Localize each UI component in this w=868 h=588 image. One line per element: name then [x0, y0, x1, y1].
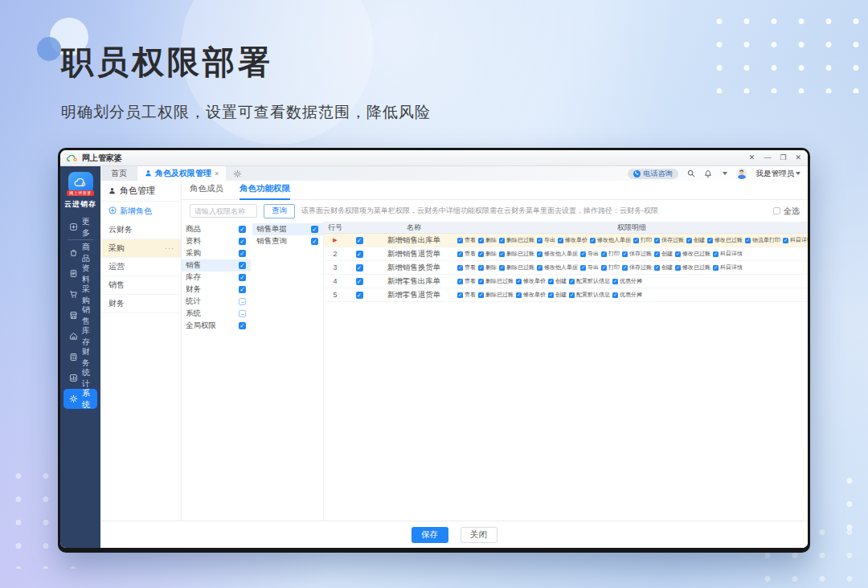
module-row-2[interactable]: 采购	[182, 247, 251, 259]
role-more-icon[interactable]: ···	[165, 244, 174, 252]
perm-tag-checkbox[interactable]	[457, 279, 463, 284]
perm-tag-checkbox[interactable]	[612, 279, 618, 284]
sidebar-item-sales[interactable]: 销售	[63, 305, 97, 325]
query-button[interactable]: 查询	[264, 204, 295, 218]
perm-tag-checkbox[interactable]	[537, 265, 542, 271]
module-checkbox[interactable]	[239, 286, 246, 293]
window-control-aux[interactable]: ✕	[749, 154, 755, 161]
perm-tag-checkbox[interactable]	[499, 238, 505, 243]
perm-tag-checkbox[interactable]	[601, 265, 607, 271]
perm-tag-checkbox[interactable]	[548, 279, 554, 284]
perm-tag-checkbox[interactable]	[675, 265, 681, 271]
perm-tag-checkbox[interactable]	[590, 238, 596, 243]
tab-role-members[interactable]: 角色成员	[190, 183, 223, 199]
row-checkbox[interactable]	[356, 264, 363, 272]
perm-tag-checkbox[interactable]	[499, 265, 505, 271]
perm-tag-checkbox[interactable]	[745, 238, 751, 243]
perm-tag-checkbox[interactable]	[499, 251, 505, 257]
row-checkbox[interactable]	[356, 251, 363, 258]
row-checkbox[interactable]	[356, 237, 363, 244]
role-item-2[interactable]: 运营	[100, 258, 181, 276]
perm-tag-checkbox[interactable]	[580, 251, 586, 257]
sidebar-item-finance[interactable]: 财务	[63, 347, 97, 367]
sidebar-item-goods[interactable]: 商品	[63, 243, 97, 263]
tab-settings-gear-icon[interactable]	[233, 169, 242, 178]
perm-tag-checkbox[interactable]	[457, 238, 463, 243]
module-row-4[interactable]: 库存	[182, 272, 251, 284]
perm-tag-checkbox[interactable]	[537, 238, 542, 243]
permission-search-input[interactable]	[190, 204, 257, 218]
row-checkbox[interactable]	[356, 292, 363, 299]
perm-tag-checkbox[interactable]	[457, 251, 463, 257]
perm-tag-checkbox[interactable]	[622, 265, 628, 271]
module-checkbox[interactable]	[239, 322, 246, 329]
perm-tag-checkbox[interactable]	[558, 238, 563, 243]
module-checkbox[interactable]	[239, 310, 246, 317]
tab-role-permission[interactable]: 角色及权限管理×	[137, 166, 226, 181]
perm-tag-checkbox[interactable]	[548, 292, 554, 298]
module-checkbox[interactable]	[239, 274, 246, 281]
sidebar-item-stats[interactable]: 统计	[63, 368, 97, 388]
sidebar-item-more[interactable]: 更多	[63, 217, 97, 237]
role-item-1[interactable]: 采购···	[100, 239, 181, 258]
sidebar-item-system[interactable]: 系统	[63, 389, 97, 409]
perm-tag-checkbox[interactable]	[478, 238, 484, 243]
notification-bell-icon[interactable]	[704, 169, 712, 178]
perm-tag-checkbox[interactable]	[478, 292, 484, 298]
perm-tag-checkbox[interactable]	[478, 265, 484, 271]
perm-tag-checkbox[interactable]	[537, 251, 542, 257]
perm-tag-checkbox[interactable]	[713, 265, 719, 271]
window-control-close[interactable]: ✕	[795, 154, 801, 161]
perm-tag-checkbox[interactable]	[707, 238, 713, 243]
tab-role-function-perms[interactable]: 角色功能权限	[240, 183, 290, 199]
add-role-button[interactable]: 新增角色	[100, 202, 181, 221]
role-item-3[interactable]: 销售	[100, 276, 181, 295]
perm-tag-checkbox[interactable]	[654, 265, 660, 271]
perm-tag-checkbox[interactable]	[569, 279, 575, 284]
module-checkbox[interactable]	[239, 250, 246, 257]
module-row-0[interactable]: 商品	[182, 223, 251, 235]
perm-tag-checkbox[interactable]	[478, 279, 484, 284]
window-control-maximize[interactable]: ❐	[780, 154, 786, 161]
submodule-row-1[interactable]: 销售查询	[252, 235, 323, 247]
perm-tag-checkbox[interactable]	[622, 251, 628, 257]
submodule-checkbox[interactable]	[311, 226, 318, 233]
user-avatar[interactable]	[736, 168, 747, 179]
module-row-3[interactable]: 销售	[182, 259, 251, 272]
tab-close-icon[interactable]: ×	[215, 169, 219, 178]
module-row-5[interactable]: 财务	[182, 284, 251, 296]
module-row-7[interactable]: 系统	[182, 308, 251, 320]
submodule-checkbox[interactable]	[311, 238, 318, 245]
perm-tag-checkbox[interactable]	[516, 292, 522, 298]
perm-tag-checkbox[interactable]	[633, 238, 639, 243]
perm-tag-checkbox[interactable]	[457, 265, 463, 271]
perm-tag-checkbox[interactable]	[516, 279, 522, 284]
perm-tag-checkbox[interactable]	[601, 251, 607, 257]
perm-tag-checkbox[interactable]	[569, 292, 575, 298]
search-icon[interactable]	[687, 169, 695, 178]
perm-tag-checkbox[interactable]	[686, 238, 692, 243]
sidebar-item-purchase[interactable]: 采购	[63, 284, 97, 304]
module-row-8[interactable]: 全局权限	[182, 320, 251, 332]
module-checkbox[interactable]	[239, 298, 246, 305]
perm-tag-checkbox[interactable]	[654, 238, 660, 243]
module-row-1[interactable]: 资料	[182, 235, 251, 247]
close-button[interactable]: 关闭	[461, 527, 497, 543]
perm-tag-checkbox[interactable]	[612, 292, 618, 298]
phone-consult-button[interactable]: 电话咨询	[628, 169, 678, 179]
tab-home[interactable]: 首页	[100, 166, 137, 181]
select-all-checkbox[interactable]	[773, 207, 780, 214]
select-all-control[interactable]: 全选	[773, 206, 800, 217]
user-menu[interactable]: 我是管理员	[756, 169, 801, 179]
module-checkbox[interactable]	[239, 226, 246, 233]
perm-tag-checkbox[interactable]	[580, 265, 586, 271]
perm-tag-checkbox[interactable]	[783, 238, 788, 243]
sidebar-item-stock[interactable]: 库存	[63, 326, 97, 346]
row-checkbox[interactable]	[356, 278, 363, 285]
module-row-6[interactable]: 统计	[182, 296, 251, 308]
role-item-4[interactable]: 财务	[100, 295, 181, 313]
window-control-minimize[interactable]: —	[764, 154, 771, 161]
perm-tag-checkbox[interactable]	[654, 251, 660, 257]
save-button[interactable]: 保存	[411, 527, 448, 543]
submodule-row-0[interactable]: 销售单据	[252, 223, 323, 235]
